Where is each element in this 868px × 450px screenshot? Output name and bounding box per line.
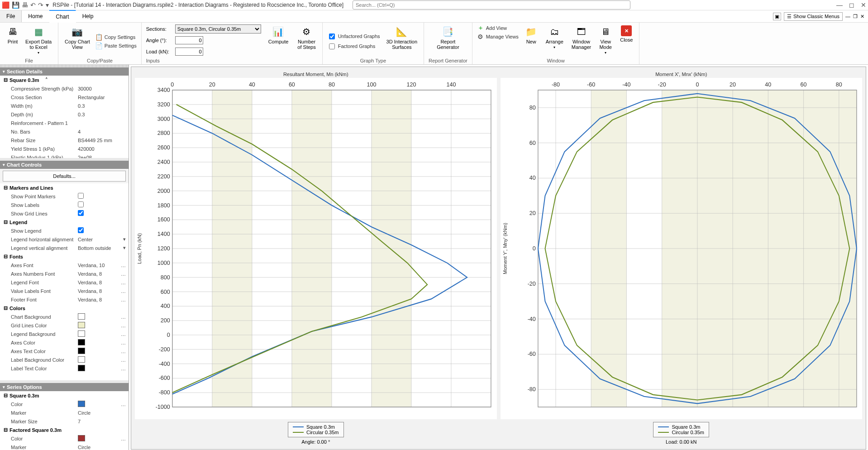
property-row[interactable]: MarkerCircle (0, 443, 129, 450)
property-row[interactable]: Elastic Modulus 1 (kPa)2e+08 (0, 153, 129, 158)
view-mode-button[interactable]: 🖥View Mode▾ (597, 24, 614, 56)
property-row[interactable]: Show Point Markers (0, 192, 129, 201)
print-button[interactable]: 🖶Print (5, 24, 21, 58)
legend-group[interactable]: ⊟Legend (0, 218, 129, 226)
new-window-button[interactable]: 📁New (523, 24, 539, 45)
undo-icon[interactable]: ↶ (30, 1, 36, 9)
svg-text:20: 20 (209, 81, 215, 88)
property-row[interactable]: Chart Background… (0, 312, 129, 321)
chart1-plot[interactable]: 020406080100120140-1000-800-600-400-2000… (144, 78, 497, 419)
series-factored-square[interactable]: ⊟Factored Square 0.3m (0, 426, 129, 434)
section-square[interactable]: ⊟Square 0.3m˄ (0, 76, 129, 84)
property-row[interactable]: Axes Text Color… (0, 347, 129, 355)
factored-checkbox[interactable]: Factored Graphs (327, 42, 376, 51)
section-details-header[interactable]: ▾Section Details (0, 67, 129, 76)
save-icon[interactable]: 💾 (12, 1, 19, 9)
angle-input[interactable] (175, 36, 203, 44)
add-view-button[interactable]: ＋Add View (477, 24, 507, 32)
series-options-header[interactable]: ▾Series Options (0, 383, 129, 391)
tab-home[interactable]: Home (22, 10, 49, 22)
legend-item: Circular 0.35m (306, 430, 339, 435)
mdi-restore[interactable]: ❐ (853, 14, 858, 19)
ribbon-display-icon[interactable]: ▣ (773, 13, 781, 20)
load-input[interactable] (175, 48, 203, 56)
property-row[interactable]: Axes FontVerdana, 10… (0, 261, 129, 269)
manage-views-button[interactable]: ⚙Manage Views (477, 33, 519, 40)
property-row[interactable]: Color… (0, 400, 129, 408)
camera-icon: 📷 (71, 25, 84, 38)
svg-text:1000: 1000 (157, 259, 170, 266)
compute-button[interactable]: 📊Compute (267, 24, 291, 45)
property-row[interactable]: Show Legend (0, 226, 129, 235)
property-row[interactable]: Rebar SizeBS4449 25 mm (0, 136, 129, 144)
show-classic-menus[interactable]: ☰ Show Classic Menus (784, 12, 843, 21)
property-row[interactable]: MarkerCircle (0, 408, 129, 417)
mdi-close[interactable]: ✕ (860, 14, 864, 19)
number-of-steps-button[interactable]: ⚙Number of Steps (296, 24, 317, 51)
mdi-minimize[interactable]: — (845, 14, 850, 19)
maximize-button[interactable]: ◻ (849, 1, 854, 9)
svg-text:2800: 2800 (157, 129, 170, 137)
defaults-button[interactable]: Defaults... (3, 171, 126, 182)
copy-chart-view-button[interactable]: 📷Copy Chart View (63, 24, 92, 58)
property-row[interactable]: Footer FontVerdana, 8… (0, 295, 129, 304)
property-row[interactable]: Label Text Color… (0, 364, 129, 373)
svg-text:100: 100 (367, 81, 376, 88)
tab-help[interactable]: Help (76, 10, 100, 22)
redo-icon[interactable]: ↷ (38, 1, 43, 9)
property-row[interactable]: Yield Stress 1 (kPa)420000 (0, 144, 129, 153)
legend-item: Square 0.3m (306, 424, 335, 430)
chart2-plot[interactable]: -80-60-40-20020406080-80-60-40-200204060… (510, 78, 863, 419)
unfactored-checkbox[interactable]: Unfactored Graphs (327, 32, 380, 41)
report-generator-button[interactable]: 📑Report Generator (435, 24, 461, 58)
markers-group[interactable]: ⊟Markers and Lines (0, 183, 129, 192)
property-row[interactable]: Compressive Strength (kPa)30000 (0, 84, 129, 93)
property-row[interactable]: Color… (0, 434, 129, 443)
property-row[interactable]: Grid Lines Color… (0, 321, 129, 330)
paste-settings-button[interactable]: 📄Paste Settings (95, 42, 137, 49)
property-row[interactable]: Cross SectionRectangular (0, 93, 129, 101)
3d-icon: 📐 (396, 25, 408, 38)
property-row[interactable]: Legend Background… (0, 330, 129, 338)
classic-menus-icon: ☰ (787, 14, 792, 19)
chart-controls-header[interactable]: ▾Chart Controls (0, 161, 129, 169)
property-row[interactable]: Marker Size7 (0, 417, 129, 426)
property-row[interactable]: Depth (m)0.3 (0, 110, 129, 119)
export-to-excel-button[interactable]: ▦Export Data to Excel▾ (24, 24, 53, 58)
colors-group[interactable]: ⊟Colors (0, 304, 129, 312)
close-button[interactable]: ✕ (861, 1, 866, 9)
property-row[interactable]: No. Bars4 (0, 127, 129, 136)
property-row[interactable]: Legend FontVerdana, 8… (0, 278, 129, 287)
property-row[interactable]: Label Background Color… (0, 355, 129, 364)
close-window-button[interactable]: ✕Close (618, 24, 634, 43)
copy-settings-button[interactable]: 📋Copy Settings (95, 34, 135, 41)
3d-surfaces-button[interactable]: 📐3D Interaction Surfaces (385, 24, 419, 58)
series-square[interactable]: ⊟Square 0.3m (0, 391, 129, 400)
svg-text:-800: -800 (159, 389, 170, 396)
tab-file[interactable]: File (0, 10, 22, 22)
minimize-button[interactable]: — (836, 1, 843, 9)
property-row[interactable]: Legend horizontal alignmentCenter▾ (0, 235, 129, 244)
property-row[interactable]: Show Grid Lines (0, 209, 129, 218)
qat-dropdown-icon[interactable]: ▾ (46, 1, 49, 9)
group-caption: Window (547, 58, 564, 64)
property-row[interactable]: Show Labels (0, 201, 129, 209)
search-input[interactable] (353, 0, 630, 10)
property-row[interactable]: Width (m)0.3 (0, 101, 129, 110)
property-row[interactable]: Axes Numbers FontVerdana, 8… (0, 269, 129, 278)
arrange-button[interactable]: 🗂Arrange▾ (544, 24, 565, 50)
print-icon[interactable]: 🖶 (22, 1, 28, 9)
search-box[interactable] (353, 0, 630, 10)
property-row[interactable]: Legend vertical alignmentBottom outside▾ (0, 244, 129, 252)
tab-chart[interactable]: Chart (49, 10, 76, 23)
svg-text:-200: -200 (159, 345, 170, 353)
chart1-legend: Square 0.3m Circular 0.35m (288, 422, 344, 437)
svg-text:80: 80 (329, 81, 335, 88)
sections-select[interactable]: Square 0.3m, Circular 0.35m (175, 24, 261, 34)
property-row[interactable]: Axes Color… (0, 338, 129, 347)
window-manager-button[interactable]: 🗔Window Manager (570, 24, 593, 51)
svg-text:60: 60 (529, 139, 535, 146)
fonts-group[interactable]: ⊟Fonts (0, 252, 129, 261)
property-row[interactable]: Value Labels FontVerdana, 8… (0, 287, 129, 295)
property-row[interactable]: Reinforcement - Pattern 1 (0, 119, 129, 127)
